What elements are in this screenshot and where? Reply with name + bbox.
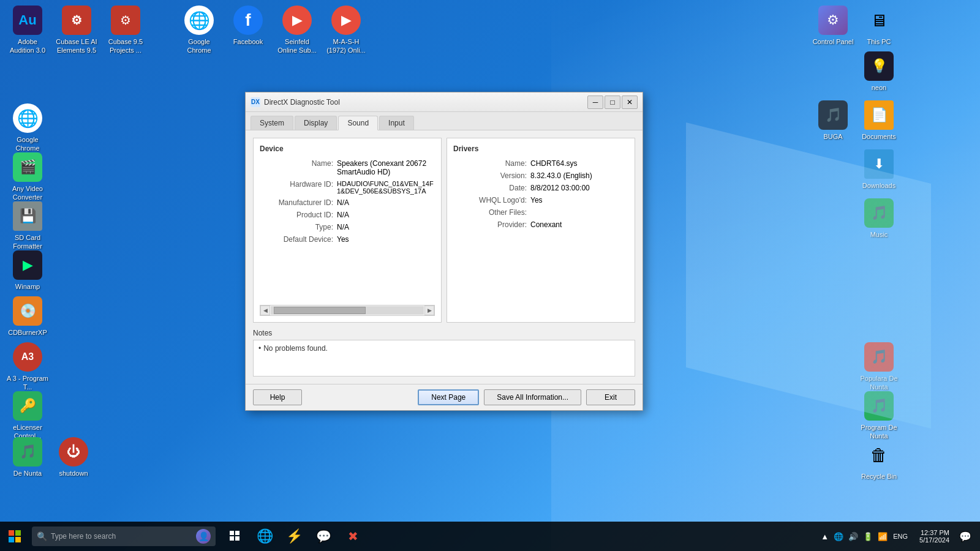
taskbar-xmarks[interactable]: ✖ — [338, 522, 368, 551]
tab-input[interactable]: Input — [379, 116, 414, 130]
desktop-icon-recycle-bin[interactable]: 🗑 Recycle Bin — [854, 438, 903, 483]
driver-date-row: Date: 8/8/2012 03:00:00 — [453, 184, 628, 192]
notes-item: • No problems found. — [258, 344, 630, 353]
notes-box: • No problems found. — [253, 340, 635, 377]
tray-expand-icon[interactable]: ▲ — [819, 531, 831, 542]
dialog-close-button[interactable]: ✕ — [622, 96, 638, 109]
notes-section: Notes • No problems found. — [253, 329, 635, 377]
tray-network2-icon[interactable]: 📶 — [876, 531, 889, 542]
exit-button[interactable]: Exit — [586, 389, 635, 405]
taskbar-whatsapp[interactable]: 💬 — [309, 522, 338, 551]
taskbar-pinned-apps: 🌐 ⚡ 💬 ✖ — [221, 522, 368, 551]
device-scrollbar[interactable]: ◀ ▶ — [260, 305, 435, 316]
tab-sound[interactable]: Sound — [338, 116, 378, 130]
drivers-panel: Drivers Name: CHDRT64.sys Version: 8.32.… — [447, 138, 635, 323]
dialog-icon: DX — [251, 97, 260, 107]
tab-display[interactable]: Display — [295, 116, 337, 130]
footer-left-buttons: Help — [253, 389, 302, 405]
desktop-icon-control-panel[interactable]: ⚙ Control Panel — [809, 3, 858, 48]
start-button[interactable] — [0, 522, 29, 551]
dialog-footer: Help Next Page Save All Information... E… — [246, 384, 643, 410]
device-mfrid-row: Manufacturer ID: N/A — [260, 198, 435, 207]
desktop: Au Adobe Audition 3.0 ⚙ Cubase LE AI Ele… — [0, 0, 980, 551]
device-panel-title: Device — [260, 144, 435, 153]
windows-logo — [9, 530, 21, 542]
device-name-row: Name: Speakers (Conexant 20672 SmartAudi… — [260, 159, 435, 176]
scroll-right-arrow[interactable]: ▶ — [424, 305, 434, 315]
taskbar-flash[interactable]: ⚡ — [279, 522, 309, 551]
desktop-icon-winamp[interactable]: ▶ Winamp — [3, 248, 52, 293]
taskbar-task-view[interactable] — [221, 522, 250, 551]
taskbar: 🔍 👤 🌐 ⚡ 💬 ✖ ▲ 🌐 🔊 🔋 📶 ENG 12:37 PM 5/17/… — [0, 522, 980, 551]
svg-rect-0 — [230, 531, 234, 535]
dialog-body: Device Name: Speakers (Conexant 20672 Sm… — [246, 130, 643, 384]
device-default-row: Default Device: Yes — [260, 235, 435, 244]
dialog-window-controls: ─ □ ✕ — [587, 96, 638, 109]
desktop-icon-de-nunta[interactable]: 🎵 De Nunta — [3, 435, 52, 480]
tab-system[interactable]: System — [251, 116, 293, 130]
help-button[interactable]: Help — [253, 389, 302, 405]
desktop-icon-this-pc[interactable]: 🖥 This PC — [854, 3, 903, 48]
dialog-tabs: System Display Sound Input — [246, 112, 643, 130]
tray-battery-icon[interactable]: 🔋 — [861, 531, 875, 542]
search-icon: 🔍 — [37, 531, 47, 541]
desktop-icon-seinfeld[interactable]: ▶ Seinfeld Online Sub... — [273, 3, 322, 58]
driver-whql-row: WHQL Logo'd: Yes — [453, 196, 628, 204]
desktop-icon-shutdown[interactable]: ⏻ shutdown — [49, 435, 98, 480]
clock-time: 12:37 PM — [921, 529, 949, 536]
directx-dialog: DX DirectX Diagnostic Tool ─ □ ✕ System … — [245, 92, 643, 411]
dialog-titlebar: DX DirectX Diagnostic Tool ─ □ ✕ — [246, 92, 643, 112]
taskbar-tray: ▲ 🌐 🔊 🔋 📶 ENG 12:37 PM 5/17/2024 💬 — [819, 522, 980, 551]
desktop-icon-mash[interactable]: ▶ M-A-S-H (1972) Onli... — [322, 3, 371, 58]
desktop-icon-buga[interactable]: 🎵 BUGA — [809, 98, 858, 143]
dialog-content: Device Name: Speakers (Conexant 20672 Sm… — [253, 138, 635, 323]
tray-sound-icon[interactable]: 🔊 — [846, 531, 860, 542]
desktop-icon-cdburner[interactable]: 💿 CDBurnerXP — [3, 294, 52, 339]
taskbar-search-bar[interactable]: 🔍 👤 — [32, 527, 216, 546]
desktop-icon-neon[interactable]: 💡 neon — [854, 49, 903, 94]
search-input[interactable] — [51, 532, 186, 541]
notes-label: Notes — [253, 329, 635, 337]
dialog-minimize-button[interactable]: ─ — [587, 96, 603, 109]
clock-date: 5/17/2024 — [919, 536, 949, 544]
desktop-icon-cubase-le[interactable]: ⚙ Cubase LE AI Elements 9.5 — [52, 3, 101, 58]
desktop-icon-facebook[interactable]: f Facebook — [224, 3, 273, 48]
footer-right-buttons: Next Page Save All Information... Exit — [418, 389, 635, 405]
device-hwid-row: Hardware ID: HDAUDIO\FUNC_01&VEN_14F1&DE… — [260, 180, 435, 195]
scroll-left-arrow[interactable]: ◀ — [260, 305, 270, 315]
svg-rect-1 — [235, 531, 239, 535]
desktop-icon-cubase-projects[interactable]: ⚙ Cubase 9.5 Projects ... — [101, 3, 150, 58]
drivers-panel-title: Drivers — [453, 144, 628, 153]
scrollbar-thumb[interactable] — [274, 307, 366, 314]
desktop-icon-any-video[interactable]: 🎬 Any Video Converter — [3, 150, 52, 204]
tray-network-icon[interactable]: 🌐 — [832, 531, 845, 542]
driver-provider-row: Provider: Conexant — [453, 220, 628, 229]
desktop-icon-program-de[interactable]: 🎵 Program De Nunta — [854, 389, 903, 443]
desktop-icon-sd-card[interactable]: 💾 SD Card Formatter — [3, 199, 52, 253]
system-clock[interactable]: 12:37 PM 5/17/2024 — [911, 529, 954, 544]
svg-rect-2 — [230, 536, 234, 541]
save-all-button[interactable]: Save All Information... — [484, 389, 581, 405]
desktop-icon-adobe-audition[interactable]: Au Adobe Audition 3.0 — [3, 3, 52, 58]
device-prodid-row: Product ID: N/A — [260, 211, 435, 219]
cortana-avatar: 👤 — [196, 529, 211, 544]
scrollbar-track[interactable] — [271, 306, 424, 315]
dialog-maximize-button[interactable]: □ — [605, 96, 620, 109]
desktop-icon-populara-de[interactable]: 🎵 Populara De Nunta — [854, 340, 903, 394]
driver-name-row: Name: CHDRT64.sys — [453, 159, 628, 168]
language-indicator[interactable]: ENG — [891, 531, 910, 541]
desktop-icon-music[interactable]: 🎵 Music — [854, 196, 903, 241]
desktop-icon-documents[interactable]: 📄 Documents — [854, 98, 903, 143]
desktop-icon-google-chrome[interactable]: 🌐 Google Chrome — [175, 3, 224, 58]
device-type-row: Type: N/A — [260, 223, 435, 231]
taskbar-chrome[interactable]: 🌐 — [250, 522, 279, 551]
device-panel: Device Name: Speakers (Conexant 20672 Sm… — [253, 138, 442, 323]
desktop-icon-downloads[interactable]: ⬇ Downloads — [854, 147, 903, 192]
dialog-title-text: DirectX Diagnostic Tool — [264, 98, 587, 107]
desktop-icon-a3-program[interactable]: A3 A 3 - Program T... — [3, 340, 52, 394]
desktop-icon-google-chrome2[interactable]: 🌐 Google Chrome — [3, 101, 52, 156]
driver-other-row: Other Files: — [453, 208, 628, 217]
driver-version-row: Version: 8.32.43.0 (English) — [453, 171, 628, 180]
next-page-button[interactable]: Next Page — [418, 389, 479, 405]
notification-center-button[interactable]: 💬 — [956, 522, 975, 551]
